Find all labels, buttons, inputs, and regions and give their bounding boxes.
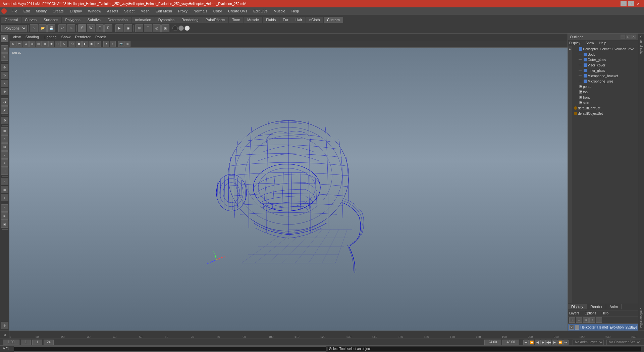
- layer-menu-help[interactable]: Help: [601, 311, 608, 315]
- menu-edit uvs[interactable]: Edit UVs: [251, 8, 270, 14]
- sculpt-tool[interactable]: 🖌: [1, 106, 8, 114]
- layer-down-btn[interactable]: ↓: [596, 317, 602, 323]
- layer-menu-layers[interactable]: Layers: [569, 311, 579, 315]
- play-start[interactable]: [484, 340, 501, 345]
- lasso-tool[interactable]: ⊂: [1, 45, 8, 53]
- shelf-tab-toon[interactable]: Toon: [229, 17, 244, 23]
- create-poly[interactable]: ▦: [1, 127, 8, 135]
- outliner-item-7[interactable]: �persp: [573, 84, 638, 89]
- play-reverse-btn[interactable]: ◀◀: [546, 340, 551, 345]
- close-button[interactable]: ✕: [635, 1, 641, 6]
- vp-ambient[interactable]: ○: [110, 41, 116, 47]
- vp-grid[interactable]: ⊞: [124, 41, 130, 47]
- vp-light[interactable]: ☀: [95, 41, 101, 47]
- outliner-item-11[interactable]: defaultLightSet: [573, 105, 638, 111]
- outliner-minimize[interactable]: —: [621, 35, 625, 39]
- outliner-collapse-arrow[interactable]: ▶: [569, 48, 571, 51]
- shelf-tab-rendering[interactable]: Rendering: [178, 17, 202, 23]
- shelf-tab-custom[interactable]: Custom: [324, 17, 343, 23]
- vp-menu-shading[interactable]: Shading: [23, 35, 41, 39]
- menu-assets[interactable]: Assets: [104, 8, 121, 14]
- layer-visibility-checkbox[interactable]: V: [569, 325, 574, 330]
- tool-snap-grid[interactable]: ⊞: [135, 24, 143, 32]
- menu-create uvs[interactable]: Create UVs: [225, 8, 250, 14]
- tool-rotate[interactable]: E: [96, 24, 104, 32]
- tool-display-1[interactable]: [172, 26, 178, 31]
- vp-shaded[interactable]: ◧: [82, 41, 88, 47]
- menu-normals[interactable]: Normals: [191, 8, 210, 14]
- goto-start-btn[interactable]: ⏮: [523, 340, 529, 345]
- minimize-button[interactable]: —: [621, 1, 627, 6]
- vp-tool-3[interactable]: ⊡: [23, 41, 29, 47]
- vp-tool-2[interactable]: W: [16, 41, 22, 47]
- rotate-tool[interactable]: ↻: [1, 72, 8, 79]
- shelf-tab-general[interactable]: General: [1, 17, 21, 23]
- vp-cam-book[interactable]: 📷: [118, 41, 124, 47]
- layer-menu-options[interactable]: Options: [585, 311, 596, 315]
- outliner-item-6[interactable]: —Microphone_wire: [573, 79, 638, 84]
- maximize-button[interactable]: □: [628, 1, 634, 6]
- prev-key-btn[interactable]: ⏪: [529, 340, 534, 345]
- layer-item[interactable]: V Helicopter_Helmet_Evolution_252layer: [568, 324, 638, 331]
- layer-up-btn[interactable]: ↑: [589, 317, 595, 323]
- menu-muscle[interactable]: Muscle: [271, 8, 288, 14]
- outliner-item-1[interactable]: —Body: [573, 52, 638, 57]
- vp-menu-view[interactable]: View: [11, 35, 23, 39]
- play-end[interactable]: [502, 340, 519, 345]
- menu-select[interactable]: Select: [121, 8, 137, 14]
- outliner-tab-render[interactable]: Render: [587, 304, 606, 309]
- tool-render[interactable]: ▶: [115, 24, 123, 32]
- quick-layout-2[interactable]: ⊞: [1, 212, 8, 220]
- shelf-tab-deformation[interactable]: Deformation: [104, 17, 131, 23]
- shelf-tab-fur[interactable]: Fur: [279, 17, 292, 23]
- vp-textured[interactable]: ▣: [89, 41, 95, 47]
- outliner-menu-help[interactable]: Help: [599, 41, 606, 45]
- outliner-item-2[interactable]: —Outer_glass: [573, 57, 638, 62]
- menu-create[interactable]: Create: [50, 8, 66, 14]
- select-tool[interactable]: ↖: [1, 35, 8, 42]
- channel-editor-tab[interactable]: Channel Editor: [639, 34, 644, 57]
- shelf-tab-painteffects[interactable]: PaintEffects: [202, 17, 229, 23]
- quick-layout-3[interactable]: ▣: [1, 220, 8, 228]
- shelf-tab-surfaces[interactable]: Surfaces: [40, 17, 61, 23]
- menu-window[interactable]: Window: [85, 8, 104, 14]
- outliner-close[interactable]: ✕: [631, 35, 636, 39]
- vp-tool-5[interactable]: ▤: [36, 41, 42, 47]
- shelf-tab-subdivs[interactable]: Subdivs: [84, 17, 104, 23]
- tool-home[interactable]: ⌂: [30, 24, 38, 32]
- shelf-tab-animation[interactable]: Animation: [131, 17, 155, 23]
- tool-ipr[interactable]: ◉: [124, 24, 132, 32]
- outliner-item-5[interactable]: —Microphone_bracket: [573, 73, 638, 79]
- delete-layer-btn[interactable]: −: [576, 317, 582, 323]
- outliner-item-12[interactable]: defaultObjectSet: [573, 111, 638, 116]
- outliner-menu-display[interactable]: Display: [569, 41, 580, 45]
- create-particle[interactable]: ∷: [1, 167, 8, 175]
- vp-tool-9[interactable]: ⊙: [61, 41, 67, 47]
- vp-tool-6[interactable]: ▦: [42, 41, 48, 47]
- create-nurbs[interactable]: ⊙: [1, 135, 8, 143]
- menu-help[interactable]: Help: [289, 8, 302, 14]
- current-frame[interactable]: [21, 340, 31, 345]
- menu-proxy[interactable]: Proxy: [175, 8, 190, 14]
- scale-tool[interactable]: ⤡: [1, 80, 8, 87]
- vp-wireframe[interactable]: ⬡: [69, 41, 75, 47]
- outliner-item-9[interactable]: �front: [573, 95, 638, 100]
- move-tool[interactable]: ✛: [1, 64, 8, 71]
- range-start[interactable]: [3, 340, 19, 345]
- quick-layout-1[interactable]: □: [1, 204, 8, 212]
- tool-scale[interactable]: R: [104, 24, 112, 32]
- polygon-dropdown[interactable]: Polygons: [1, 25, 27, 32]
- outliner-item-0[interactable]: Helicopter_Helmet_Evolution_252: [573, 46, 638, 52]
- menu-color[interactable]: Color: [211, 8, 225, 14]
- vp-menu-renderer[interactable]: Renderer: [73, 35, 93, 39]
- menu-modify[interactable]: Modify: [33, 8, 49, 14]
- anim-layer-dropdown[interactable]: No Anim Layer: [573, 340, 604, 345]
- outliner-menu-show[interactable]: Show: [586, 41, 594, 45]
- tool-select[interactable]: S: [78, 24, 86, 32]
- vp-shadow[interactable]: ●: [103, 41, 109, 47]
- create-field[interactable]: ≋: [1, 159, 8, 167]
- tool-save[interactable]: 💾: [47, 24, 55, 32]
- new-layer-btn[interactable]: +: [569, 317, 575, 323]
- timeline-ruler[interactable]: 1102030405060708090100110120130140150160…: [9, 331, 644, 339]
- vp-tool-8[interactable]: ⬚: [55, 41, 61, 47]
